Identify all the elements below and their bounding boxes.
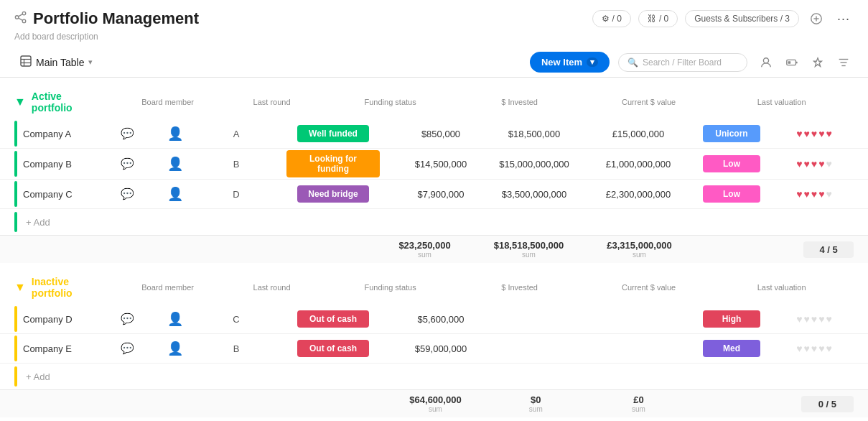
funding-status-cell[interactable]: Out of cash	[286, 310, 380, 328]
active-portfolio-label: Active portfolio	[32, 91, 73, 114]
invested-cell: $5,600,000	[401, 314, 480, 325]
satisfaction-cell[interactable]: ♥♥♥♥♥	[775, 128, 854, 139]
inactive-add-row[interactable]: + Add	[0, 364, 868, 389]
toolbar-icons	[756, 52, 854, 73]
comment-cell[interactable]: 💬	[111, 127, 143, 140]
heart-empty: ♥	[826, 158, 831, 170]
table-icon	[20, 55, 32, 69]
top-header: Portfolio Management ⚙ / 0 ⛓ / 0 Guests …	[0, 0, 868, 32]
guests-pill[interactable]: Guests & Subscribers / 3	[685, 10, 799, 27]
inactive-add-label: + Add	[26, 371, 50, 382]
risk-badge: High	[703, 310, 760, 328]
col-funding-status: Funding status	[344, 98, 437, 106]
person-icon: 👤	[167, 126, 183, 141]
main-table-button[interactable]: Main Table ▾	[14, 52, 98, 72]
inactive-sum-valuation: £0	[633, 394, 643, 405]
new-item-button[interactable]: New Item ▾	[530, 52, 610, 73]
app-title: Portfolio Management	[33, 9, 199, 28]
more-options-btn[interactable]: ···	[834, 9, 854, 29]
risk-cell[interactable]: High	[696, 310, 767, 328]
funding-status-cell[interactable]: Need bridge	[286, 185, 380, 203]
svg-rect-14	[796, 61, 798, 63]
current-value: $15,000,000,000	[499, 159, 569, 170]
heart-empty: ♥	[796, 313, 802, 325]
inactive-portfolio-header: ▼ Inactive portfolio Board member Last r…	[0, 270, 868, 305]
current-value-cell: $3,500,000,000	[487, 189, 581, 200]
automations-pill[interactable]: ⚙ / 0	[592, 10, 631, 27]
heart-empty: ♥	[826, 313, 831, 325]
invested-value: $850,000	[421, 129, 460, 139]
satisfaction-cell[interactable]: ♥♥♥♥♥	[775, 313, 854, 325]
pin-icon-btn[interactable]	[808, 52, 828, 73]
search-box[interactable]: 🔍 Search / Filter Board	[618, 53, 747, 72]
invested-cell: $59,000,000	[401, 343, 480, 354]
inactive-toggle[interactable]: ▼	[14, 281, 26, 294]
integrations-pill[interactable]: ⛓ / 0	[638, 10, 678, 27]
satisfaction-cell[interactable]: ♥♥♥♥♥	[775, 343, 854, 354]
header-right: ⚙ / 0 ⛓ / 0 Guests & Subscribers / 3 ···	[592, 9, 854, 29]
active-sum-current-label: sum	[494, 251, 564, 259]
last-round-cell: C	[207, 314, 265, 325]
inactive-sum-invested-label: sum	[409, 405, 462, 413]
funding-status-cell[interactable]: Well funded	[286, 125, 380, 142]
risk-cell[interactable]: Low	[696, 185, 767, 203]
risk-cell[interactable]: Low	[696, 155, 767, 172]
battery-icon-btn[interactable]	[782, 52, 802, 73]
satisfaction-cell[interactable]: ♥♥♥♥♥	[775, 158, 854, 170]
active-toggle[interactable]: ▼	[14, 96, 26, 108]
new-item-label: New Item	[541, 57, 582, 68]
comment-cell[interactable]: 💬	[111, 188, 143, 200]
table-row: Company D 💬 👤 C Out of cash $5,600,000	[0, 305, 868, 334]
col-board-member2: Board member	[136, 283, 200, 292]
person-filter-icon-btn[interactable]	[756, 52, 776, 73]
board-description[interactable]: Add board description	[0, 32, 868, 47]
valuation-value: £15,000,000	[612, 129, 664, 139]
board-member-cell[interactable]: 👤	[143, 341, 207, 356]
filter-icon-btn[interactable]	[834, 52, 854, 73]
funding-status-cell[interactable]: Out of cash	[286, 340, 380, 357]
risk-cell[interactable]: Unicorn	[696, 125, 767, 142]
comment-icon: 💬	[121, 313, 134, 325]
round-value: B	[233, 343, 240, 354]
main-table-label: Main Table	[36, 57, 84, 68]
board-member-cell[interactable]: 👤	[143, 156, 207, 172]
chevron-down-icon: ▾	[88, 57, 93, 67]
inactive-portfolio-section: ▼ Inactive portfolio Board member Last r…	[0, 270, 868, 417]
board-member-cell[interactable]: 👤	[143, 311, 207, 327]
col-last-valuation: Last valuation	[739, 98, 825, 106]
last-round-cell: A	[207, 129, 265, 139]
col-invested2: $ Invested	[480, 283, 559, 292]
risk-badge: Low	[703, 155, 760, 172]
funding-status-cell[interactable]: Looking for funding	[286, 150, 380, 177]
round-value: B	[233, 159, 240, 170]
table-row: Company B 💬 👤 B Looking for funding $14,…	[0, 149, 868, 180]
risk-cell[interactable]: Med	[696, 340, 767, 357]
invested-cell: $850,000	[401, 129, 480, 139]
heart-empty: ♥	[796, 343, 802, 354]
inactive-summary-row: $64,600,000 sum $0 sum £0 sum 0 / 5	[0, 389, 868, 417]
comment-cell[interactable]: 💬	[111, 342, 143, 355]
svg-point-12	[763, 57, 768, 63]
comment-cell[interactable]: 💬	[111, 157, 143, 170]
board-member-cell[interactable]: 👤	[143, 186, 207, 202]
heart-empty: ♥	[826, 188, 831, 200]
active-sum-valuation: £3,315,000,000	[607, 240, 671, 251]
company-name: Company D	[23, 314, 73, 325]
col-last-valuation2: Last valuation	[739, 283, 825, 292]
heart-filled: ♥	[804, 128, 810, 139]
active-add-row[interactable]: + Add	[0, 209, 868, 235]
invite-icon-btn[interactable]	[806, 9, 826, 29]
inactive-sum-current-label: sum	[505, 405, 566, 413]
inactive-rows: Company D 💬 👤 C Out of cash $5,600,000	[0, 305, 868, 364]
board-member-cell[interactable]: 👤	[143, 126, 207, 142]
active-sum-invested: $23,250,000	[398, 240, 450, 251]
inactive-portfolio-label: Inactive portfolio	[32, 276, 73, 299]
row-color-bar	[14, 181, 17, 207]
inactive-sum-invested: $64,600,000	[409, 394, 461, 405]
svg-rect-8	[21, 56, 31, 66]
satisfaction-cell[interactable]: ♥♥♥♥♥	[775, 188, 854, 200]
heart-empty: ♥	[818, 313, 824, 325]
heart-filled: ♥	[811, 158, 817, 170]
comment-cell[interactable]: 💬	[111, 313, 143, 325]
risk-badge: Unicorn	[703, 125, 760, 142]
